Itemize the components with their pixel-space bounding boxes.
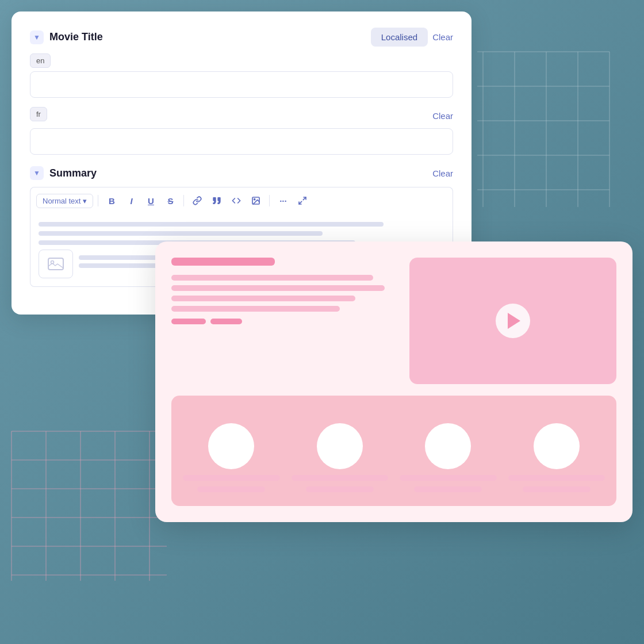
- thumbnail-item-1: [183, 423, 280, 492]
- thumb-line-4a: [508, 475, 605, 481]
- fr-field-group: fr Clear: [30, 107, 453, 155]
- toolbar-divider-2: [183, 195, 184, 206]
- thumbnails-row: [183, 409, 605, 492]
- thumb-line-2b: [306, 486, 374, 492]
- rte-toolbar: Normal text ▾ B I U S: [30, 187, 453, 214]
- more-button[interactable]: ···: [274, 192, 292, 209]
- thumbnail-item-4: [508, 423, 605, 492]
- thumb-line-4b: [523, 486, 591, 492]
- play-icon: [508, 313, 520, 329]
- preview-tags-row: [171, 319, 396, 324]
- movie-title-section: ▼ Movie Title Localised Clear en fr Clea…: [30, 28, 453, 155]
- italic-button[interactable]: I: [122, 192, 140, 209]
- thumb-circle-2: [317, 423, 363, 469]
- preview-text-3: [171, 296, 355, 301]
- preview-content-area: [171, 258, 396, 384]
- link-button[interactable]: [189, 192, 206, 209]
- thumbnails-section: [171, 396, 616, 506]
- preview-title-bar: [171, 258, 275, 266]
- skel-img-placeholder: [39, 250, 73, 278]
- summary-header: ▼ Summary Clear: [30, 166, 453, 180]
- thumbnail-item-2: [292, 423, 389, 492]
- fr-badge: fr: [30, 107, 47, 121]
- normal-text-select[interactable]: Normal text ▾: [36, 194, 93, 208]
- movie-title-title-row: ▼ Movie Title: [30, 30, 103, 44]
- summary-clear-button[interactable]: Clear: [432, 168, 453, 178]
- en-field-group: en: [30, 53, 453, 98]
- svg-rect-25: [48, 258, 63, 270]
- thumb-circle-1: [208, 423, 254, 469]
- thumb-circle-3: [425, 423, 471, 469]
- thumb-line-1a: [183, 475, 280, 481]
- thumb-circle-4: [534, 423, 580, 469]
- movie-title-header: ▼ Movie Title Localised Clear: [30, 28, 453, 47]
- summary-collapse-icon[interactable]: ▼: [30, 166, 44, 180]
- toolbar-divider-3: [269, 195, 270, 206]
- preview-tag-1: [171, 319, 206, 324]
- preview-text-2: [171, 285, 385, 291]
- quote-button[interactable]: [208, 192, 225, 209]
- normal-text-label: Normal text: [43, 197, 80, 205]
- svg-point-22: [254, 199, 255, 200]
- fr-clear-button[interactable]: Clear: [432, 111, 453, 121]
- thumb-line-3b: [414, 486, 482, 492]
- preview-text-4: [171, 306, 340, 312]
- summary-label: Summary: [49, 167, 97, 179]
- en-badge: en: [30, 53, 51, 68]
- preview-card: [155, 241, 632, 522]
- play-button[interactable]: [496, 304, 530, 338]
- preview-tag-2: [210, 319, 242, 324]
- preview-text-1: [171, 275, 373, 281]
- en-input[interactable]: [30, 71, 453, 98]
- strikethrough-button[interactable]: S: [162, 192, 179, 209]
- movie-title-actions: Localised Clear: [371, 28, 453, 47]
- skel-line-2: [39, 231, 323, 236]
- preview-video-thumbnail[interactable]: [409, 258, 616, 384]
- movie-title-label: Movie Title: [49, 31, 103, 43]
- thumb-line-2a: [292, 475, 389, 481]
- localised-button[interactable]: Localised: [371, 28, 428, 47]
- image-button[interactable]: [247, 192, 264, 209]
- fullscreen-button[interactable]: [294, 192, 311, 209]
- movie-title-collapse-icon[interactable]: ▼: [30, 30, 44, 44]
- fr-input[interactable]: [30, 128, 453, 155]
- fr-lang-row: fr Clear: [30, 107, 453, 125]
- underline-button[interactable]: U: [142, 192, 159, 209]
- thumb-line-1b: [197, 486, 265, 492]
- thumb-line-3a: [400, 475, 497, 481]
- toolbar-divider-1: [98, 195, 98, 206]
- movie-title-clear-button[interactable]: Clear: [432, 32, 453, 42]
- summary-title-row: ▼ Summary: [30, 166, 97, 180]
- thumbnail-item-3: [400, 423, 497, 492]
- skel-line-1: [39, 222, 384, 227]
- bold-button[interactable]: B: [103, 192, 120, 209]
- preview-top-row: [171, 258, 616, 384]
- code-button[interactable]: [228, 192, 245, 209]
- normal-text-chevron: ▾: [83, 197, 87, 205]
